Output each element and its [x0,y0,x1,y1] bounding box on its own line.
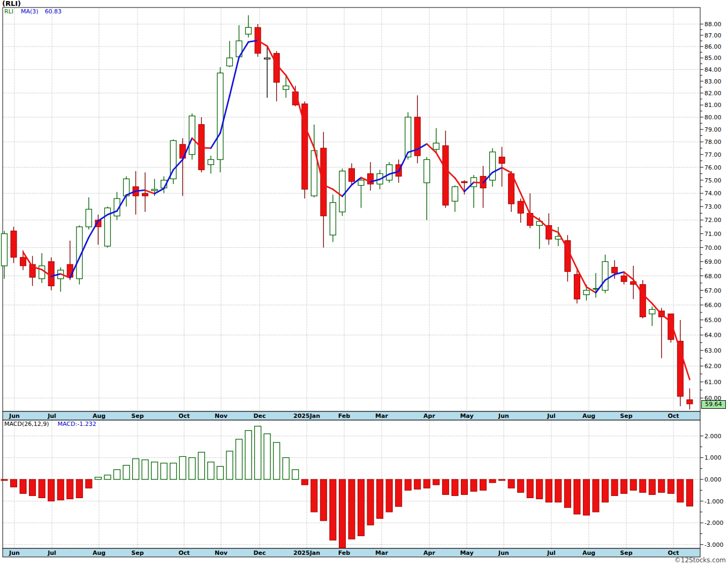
svg-text:-2.000: -2.000 [704,520,723,526]
svg-text:77.00: 77.00 [704,151,722,158]
svg-text:Oct: Oct [668,549,679,556]
svg-text:82.00: 82.00 [704,90,722,97]
svg-text:Jun: Jun [9,413,20,419]
svg-text:63.00: 63.00 [704,347,722,354]
svg-text:84.00: 84.00 [704,66,722,73]
svg-text:Apr: Apr [423,413,435,419]
ma-value: 60.83 [45,8,62,15]
svg-text:Aug: Aug [93,549,105,556]
svg-text:Oct: Oct [668,413,679,419]
svg-text:74.00: 74.00 [704,190,722,197]
svg-text:Oct: Oct [178,413,189,419]
svg-text:-1.000: -1.000 [704,498,723,505]
macd-params-label: MACD(26,12,9) [4,421,49,427]
svg-text:Sep: Sep [620,549,632,556]
svg-text:88.00: 88.00 [704,21,722,28]
svg-text:79.00: 79.00 [704,126,722,133]
macd-legend: MACD(26,12,9)MACD:-1.232 [4,421,96,434]
svg-text:Aug: Aug [93,413,105,419]
svg-text:2025Jan: 2025Jan [293,413,320,419]
svg-text:Jun: Jun [9,549,20,556]
svg-text:72.00: 72.00 [704,217,722,224]
svg-text:68.00: 68.00 [704,273,722,280]
svg-text:Mar: Mar [375,549,388,556]
svg-text:May: May [460,413,473,419]
svg-text:Mar: Mar [375,413,388,419]
chart-canvas: 60.0061.0062.0063.0064.0065.0066.0067.00… [0,0,728,565]
svg-text:2.000: 2.000 [704,433,722,440]
svg-text:64.00: 64.00 [704,332,722,339]
svg-text:Jun: Jun [498,413,509,419]
svg-text:Aug: Aug [582,549,595,556]
svg-text:Dec: Dec [253,549,266,556]
svg-text:85.00: 85.00 [704,55,722,62]
svg-text:Jun: Jun [498,549,509,556]
svg-text:75.00: 75.00 [704,177,722,184]
svg-text:Jul: Jul [47,413,56,419]
chart-title: (RLI) [2,0,21,7]
svg-text:-3.000: -3.000 [704,541,723,548]
svg-text:Jul: Jul [47,549,56,556]
svg-text:65.00: 65.00 [704,317,722,324]
svg-text:61.00: 61.00 [704,379,722,386]
svg-text:81.00: 81.00 [704,102,722,109]
svg-text:Sep: Sep [131,413,143,419]
svg-text:Oct: Oct [178,549,189,556]
svg-text:70.00: 70.00 [704,245,722,251]
svg-text:0.000: 0.000 [704,476,722,483]
svg-text:Apr: Apr [423,549,435,556]
svg-text:Feb: Feb [338,549,351,556]
symbol-label: RLI [4,8,13,15]
svg-text:80.00: 80.00 [704,114,722,121]
svg-text:62.00: 62.00 [704,363,722,370]
svg-text:Jul: Jul [547,549,556,556]
svg-text:73.00: 73.00 [704,203,722,210]
svg-text:Sep: Sep [620,413,632,419]
svg-text:83.00: 83.00 [704,78,722,85]
svg-text:Jul: Jul [547,413,556,419]
svg-text:76.00: 76.00 [704,164,722,171]
svg-text:66.00: 66.00 [704,302,722,309]
watermark: ©12Stocks.com [674,556,726,564]
svg-text:Feb: Feb [338,413,351,419]
stock-chart-page: 60.0061.0062.0063.0064.0065.0066.0067.00… [0,0,728,565]
svg-text:Nov: Nov [215,413,228,419]
svg-text:86.00: 86.00 [704,43,722,50]
last-price-badge: 59.64 [701,400,726,409]
svg-text:78.00: 78.00 [704,139,722,146]
svg-text:1.000: 1.000 [704,454,722,461]
svg-text:Sep: Sep [131,549,143,556]
svg-text:69.00: 69.00 [704,258,722,265]
svg-text:87.00: 87.00 [704,32,722,39]
svg-text:71.00: 71.00 [704,231,722,238]
svg-text:67.00: 67.00 [704,287,722,294]
svg-text:Nov: Nov [215,549,228,556]
price-legend: RLIMA(3)60.83 [4,8,62,22]
svg-text:2025Jan: 2025Jan [293,549,320,556]
macd-value-label: MACD:-1.232 [58,421,96,427]
ma-label: MA(3) [21,8,39,15]
svg-text:Aug: Aug [582,413,595,419]
svg-text:May: May [460,549,473,556]
svg-text:Dec: Dec [253,413,266,419]
